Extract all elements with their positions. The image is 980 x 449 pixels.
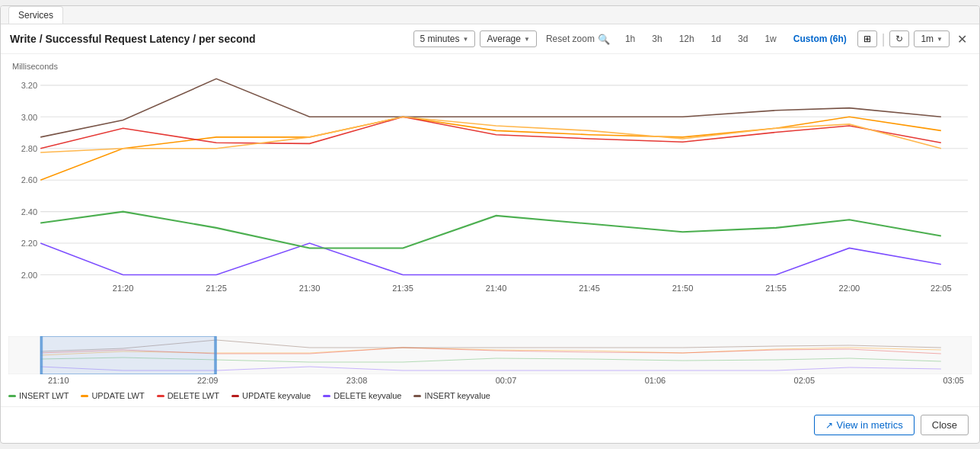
legend-label-update-lwt: UPDATE LWT [91,391,144,400]
legend-color-update-lwt [81,395,88,397]
tab-bar: Services [1,6,979,24]
svg-text:2.00: 2.00 [21,270,37,279]
x-tick-22-09: 22:09 [197,376,219,385]
legend-label-delete-lwt: DELETE LWT [168,391,219,400]
x-tick-03-05: 03:05 [943,376,964,385]
divider: | [882,32,886,46]
legend-color-update-keyvalue [231,395,239,397]
minimap[interactable] [8,336,972,374]
legend-color-delete-lwt [157,395,164,397]
legend-label-update-keyvalue: UPDATE keyvalue [242,391,311,400]
reset-zoom-button[interactable]: Reset zoom 🔍 [541,31,614,47]
legend-item-insert-keyvalue: INSERT keyvalue [413,391,490,400]
svg-text:21:25: 21:25 [206,283,227,292]
x-tick-02-05: 02:05 [794,376,816,385]
legend: INSERT LWT UPDATE LWT DELETE LWT UPDATE … [1,385,979,406]
time-1d-button[interactable]: 1d [705,30,727,47]
svg-text:21:55: 21:55 [765,283,787,292]
refresh-interval-dropdown[interactable]: 1m ▼ [914,30,950,47]
time-1h-button[interactable]: 1h [619,30,641,47]
chart-svg: .grid-line { stroke: #e0e0e0; stroke-wid… [8,74,972,333]
svg-text:2.20: 2.20 [21,239,37,248]
x-tick-23-08: 23:08 [346,376,368,385]
svg-text:21:30: 21:30 [299,283,321,292]
y-axis-label: Milliseconds [8,62,972,74]
header-close-button[interactable]: ✕ [954,32,970,47]
legend-color-insert-lwt [8,395,16,397]
close-footer-button[interactable]: Close [921,415,969,435]
legend-item-delete-lwt: DELETE LWT [157,391,219,400]
svg-text:2.80: 2.80 [21,144,37,153]
aggregation-label: Average [487,34,520,44]
refresh-icon: ↻ [895,34,903,44]
reset-zoom-label: Reset zoom [546,34,595,44]
svg-text:2.40: 2.40 [21,207,37,216]
refresh-interval-arrow-icon: ▼ [937,36,943,43]
svg-text:21:35: 21:35 [392,283,413,292]
svg-text:22:00: 22:00 [839,283,860,292]
panel: Services Write / Successful Request Late… [0,5,980,444]
time-custom-button[interactable]: Custom (6h) [787,30,853,47]
zoom-icon: 🔍 [598,34,610,45]
view-metrics-button[interactable]: ↗ View in metrics [814,415,915,435]
calendar-icon: ⊞ [863,34,871,44]
svg-text:3.00: 3.00 [21,112,37,121]
chart-area: Milliseconds .grid-line { stroke: #e0e0e… [1,54,979,385]
view-metrics-label: View in metrics [837,419,903,431]
header: Write / Successful Request Latency / per… [1,24,979,54]
legend-label-insert-lwt: INSERT LWT [19,391,69,400]
interval-arrow-icon: ▼ [463,36,469,43]
aggregation-dropdown[interactable]: Average ▼ [480,30,536,47]
refresh-interval-label: 1m [921,34,934,44]
legend-color-delete-keyvalue [323,395,330,397]
aggregation-arrow-icon: ▼ [524,36,530,43]
footer: ↗ View in metrics Close [1,406,979,443]
controls: 5 minutes ▼ Average ▼ Reset zoom 🔍 1h 3h… [413,30,970,47]
legend-label-delete-keyvalue: DELETE keyvalue [334,391,401,400]
interval-dropdown[interactable]: 5 minutes ▼ [413,30,476,47]
x-tick-21-10: 21:10 [48,376,69,385]
legend-item-update-lwt: UPDATE LWT [81,391,144,400]
svg-rect-27 [214,336,216,374]
legend-item-delete-keyvalue: DELETE keyvalue [323,391,401,400]
svg-text:3.20: 3.20 [21,81,37,90]
time-12h-button[interactable]: 12h [673,30,701,47]
svg-text:21:40: 21:40 [486,283,507,292]
legend-item-update-keyvalue: UPDATE keyvalue [231,391,311,400]
time-1w-button[interactable]: 1w [758,30,782,47]
svg-text:21:50: 21:50 [672,283,694,292]
main-chart: .grid-line { stroke: #e0e0e0; stroke-wid… [8,74,972,333]
interval-label: 5 minutes [420,34,460,44]
external-link-icon: ↗ [825,420,833,431]
refresh-button[interactable]: ↻ [889,30,909,47]
x-tick-01-06: 01:06 [645,376,666,385]
x-axis-bottom: 21:10 22:09 23:08 00:07 01:06 02:05 03:0… [8,374,972,385]
svg-text:21:45: 21:45 [579,283,600,292]
svg-text:2.60: 2.60 [21,175,37,184]
calendar-icon-button[interactable]: ⊞ [857,30,877,47]
svg-rect-25 [40,336,216,374]
svg-text:22:05: 22:05 [931,283,952,292]
services-tab[interactable]: Services [8,6,63,24]
minimap-svg [8,336,972,374]
svg-text:21:20: 21:20 [113,283,134,292]
legend-label-insert-keyvalue: INSERT keyvalue [424,391,490,400]
page-title: Write / Successful Request Latency / per… [10,33,406,45]
time-3d-button[interactable]: 3d [732,30,754,47]
time-3h-button[interactable]: 3h [646,30,668,47]
legend-item-insert-lwt: INSERT LWT [8,391,69,400]
x-tick-00-07: 00:07 [496,376,517,385]
svg-rect-26 [40,336,43,374]
legend-color-insert-keyvalue [413,395,421,397]
